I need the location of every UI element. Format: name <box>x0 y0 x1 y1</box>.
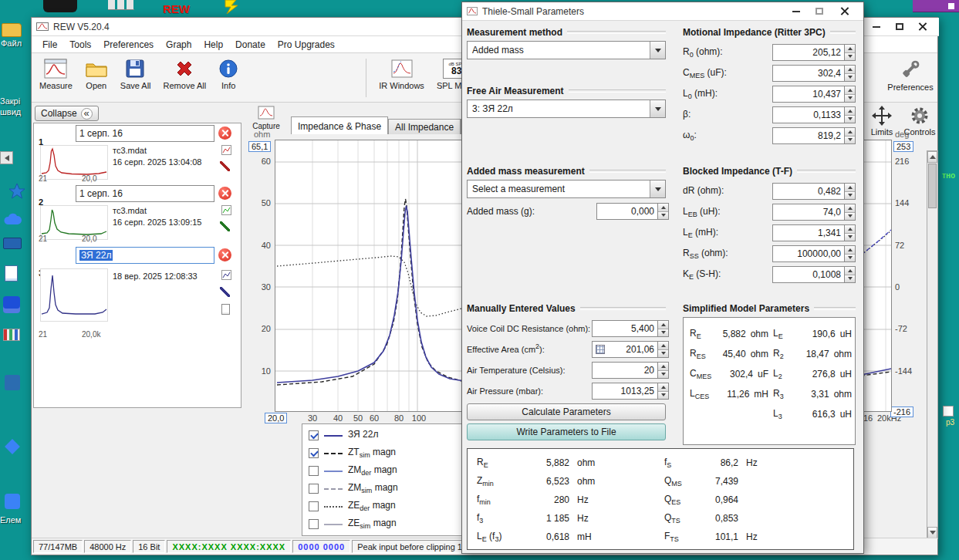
spinner[interactable] <box>845 204 856 221</box>
menu-item[interactable]: Graph <box>160 39 198 50</box>
measurement-name-input[interactable]: ЗЯ 22л <box>76 247 214 264</box>
spin-down-icon[interactable] <box>845 95 855 103</box>
chevron-down-icon[interactable] <box>650 100 665 117</box>
legend-checkbox[interactable] <box>309 448 319 458</box>
minimize-button[interactable] <box>865 19 888 35</box>
spin-up-icon[interactable] <box>845 86 855 95</box>
graph-tab[interactable]: Impedance & Phase <box>291 116 388 134</box>
chevron-down-icon[interactable] <box>650 42 665 59</box>
scroll-down-icon[interactable] <box>927 527 937 538</box>
open-button[interactable]: Open <box>80 56 113 93</box>
spinner[interactable] <box>845 127 856 144</box>
close-button[interactable] <box>911 19 934 35</box>
measurement-name-input[interactable]: 1 серп. 16 <box>76 125 214 142</box>
menu-item[interactable]: Help <box>198 39 229 50</box>
legend-checkbox[interactable] <box>309 484 319 494</box>
trace-settings-icon[interactable] <box>221 205 231 218</box>
spin-up-icon[interactable] <box>658 383 668 392</box>
desktop-label-elem[interactable]: Елем <box>0 515 21 525</box>
parameter-field[interactable]: 201,06 <box>592 341 658 358</box>
chevron-down-icon[interactable] <box>650 180 665 197</box>
measurement-item[interactable]: 2 1 серп. 16 тс3.mdat 16 серп. 2025 13:0… <box>35 185 239 244</box>
parameter-field[interactable]: 100000,00 <box>772 245 845 262</box>
bookshelf-icon[interactable] <box>3 329 20 341</box>
method-combobox[interactable]: Added mass <box>467 41 666 59</box>
spinner[interactable] <box>845 65 856 82</box>
dialog-minimize-button[interactable] <box>785 4 808 19</box>
legend-checkbox[interactable] <box>309 501 319 511</box>
parameter-field[interactable]: 1013,25 <box>592 383 658 400</box>
parameter-field[interactable]: 10,437 <box>772 86 845 103</box>
measurement-item-selected[interactable]: 3 ЗЯ 22л 18 вер. 2025 12:08:33 21 20,0k <box>35 247 239 339</box>
menu-item[interactable]: File <box>36 39 63 50</box>
menu-item[interactable]: Tools <box>63 39 97 50</box>
spin-down-icon[interactable] <box>845 234 855 241</box>
document-icon[interactable] <box>5 265 18 282</box>
folder-icon[interactable] <box>2 23 22 37</box>
desktop-label-pin2[interactable]: швид <box>0 107 21 116</box>
spin-down-icon[interactable] <box>845 137 855 144</box>
menu-item[interactable]: Donate <box>229 39 272 50</box>
spin-down-icon[interactable] <box>658 371 668 379</box>
remove-all-button[interactable]: Remove All <box>159 56 211 93</box>
trace-settings-icon[interactable] <box>221 270 231 282</box>
spinner[interactable] <box>845 245 856 262</box>
spin-up-icon[interactable] <box>845 184 855 192</box>
parameter-field[interactable]: 5,400 <box>592 320 658 337</box>
elem-icon[interactable] <box>5 494 20 509</box>
diamond-icon[interactable] <box>5 439 20 454</box>
parameter-field[interactable]: 0,1133 <box>772 106 845 123</box>
trace-color-icon[interactable] <box>220 221 230 231</box>
parameter-field[interactable]: 205,12 <box>772 44 845 61</box>
calculate-parameters-button[interactable]: Calculate Parameters <box>467 403 666 420</box>
spinner[interactable] <box>845 224 856 241</box>
desktop-label-music[interactable]: p3 <box>946 418 954 427</box>
spinner[interactable] <box>845 86 856 103</box>
spinner[interactable] <box>658 362 669 379</box>
app-tile-icon[interactable] <box>3 296 20 313</box>
spinner[interactable] <box>845 106 856 123</box>
spin-down-icon[interactable] <box>845 74 855 82</box>
legend-checkbox[interactable] <box>309 519 319 529</box>
grid-icon[interactable] <box>108 0 134 10</box>
added-mass-field[interactable]: 0,000 <box>596 203 658 220</box>
back-arrow-icon[interactable] <box>0 151 13 164</box>
legend-checkbox[interactable] <box>309 430 319 440</box>
deg-axis-min[interactable]: -216 <box>890 407 913 417</box>
spin-up-icon[interactable] <box>845 45 855 53</box>
spin-up-icon[interactable] <box>845 204 855 213</box>
delete-measurement-button[interactable] <box>218 187 231 200</box>
monitor-icon[interactable] <box>3 238 22 249</box>
write-parameters-button[interactable]: Write Parameters to File <box>467 423 666 440</box>
spin-up-icon[interactable] <box>658 321 668 329</box>
measure-button[interactable]: Measure <box>35 56 77 93</box>
spin-up-icon[interactable] <box>845 246 855 255</box>
spin-up-icon[interactable] <box>658 342 668 350</box>
notes-icon[interactable] <box>221 304 230 315</box>
spin-down-icon[interactable] <box>658 329 668 337</box>
desktop-label-file[interactable]: Файл <box>1 39 22 48</box>
desktop-shortcut-rew[interactable]: REW <box>163 2 190 15</box>
ir-windows-button[interactable]: IR Windows <box>374 56 429 93</box>
scroll-thumb[interactable] <box>928 164 937 208</box>
dialog-close-button[interactable] <box>831 4 859 19</box>
spin-up-icon[interactable] <box>845 267 855 275</box>
spin-down-icon[interactable] <box>845 192 855 200</box>
spinner[interactable] <box>845 266 856 283</box>
spin-down-icon[interactable] <box>658 350 668 358</box>
spin-down-icon[interactable] <box>845 213 855 221</box>
trace-settings-icon[interactable] <box>221 145 231 157</box>
blue-square-icon[interactable] <box>5 375 20 390</box>
save-all-button[interactable]: Save All <box>116 56 156 93</box>
spin-up-icon[interactable] <box>658 204 668 212</box>
spinner[interactable] <box>658 341 669 358</box>
spin-down-icon[interactable] <box>845 275 855 283</box>
parameter-field[interactable]: 20 <box>592 362 658 379</box>
music-file-icon[interactable] <box>943 406 954 417</box>
dialog-maximize-button[interactable] <box>808 4 831 19</box>
parameter-field[interactable]: 1,341 <box>772 224 845 241</box>
measurement-item[interactable]: 1 1 серп. 16 тс3.mdat 16 серп. 2025 13:0… <box>35 125 239 184</box>
x-axis-min[interactable]: 20,0 <box>265 413 287 423</box>
cloud-icon[interactable] <box>2 211 24 227</box>
trace-color-icon[interactable] <box>220 287 230 297</box>
